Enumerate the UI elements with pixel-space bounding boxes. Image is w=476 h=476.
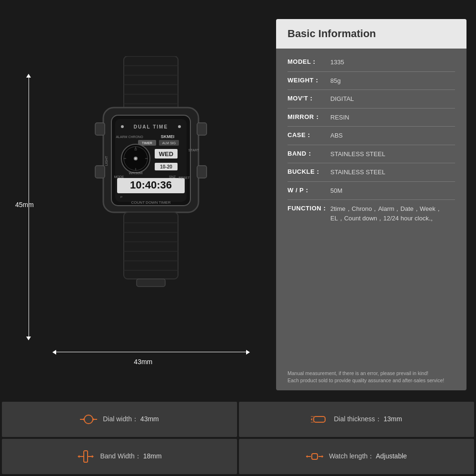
info-label-3: MIRROR：	[288, 113, 330, 121]
info-value-6: STAINLESS STEEL	[330, 168, 455, 177]
spec-val-3: Adjustable	[376, 452, 407, 460]
spec-text-1: Dial thickness： 13mm	[334, 415, 402, 424]
svg-rect-53	[137, 279, 165, 287]
info-value-1: 85g	[330, 76, 455, 86]
info-label-2: MOV'T：	[288, 94, 330, 103]
svg-marker-57	[82, 418, 85, 421]
spec-cell-0: Dial width： 43mm	[2, 402, 237, 437]
top-section: 45mm 43mm	[0, 0, 476, 400]
arrow-left	[52, 350, 56, 355]
info-label-1: WEIGHT：	[288, 76, 330, 85]
spec-key-3: Watch length：	[329, 452, 376, 460]
info-row-1: WEIGHT：85g	[288, 72, 455, 90]
svg-point-14	[121, 125, 124, 128]
main-container: 45mm 43mm	[0, 0, 476, 476]
height-label: 45mm	[15, 201, 34, 208]
spec-text-0: Dial width： 43mm	[103, 415, 159, 424]
info-row-3: MIRROR：RESIN	[288, 109, 455, 127]
info-label-0: MODEL：	[288, 58, 330, 66]
info-row-7: W / P：50M	[288, 182, 455, 200]
info-header: Basic Information	[276, 19, 466, 49]
info-value-3: RESIN	[330, 113, 455, 122]
dial-width-icon	[80, 413, 97, 426]
info-value-0: 1335	[330, 58, 455, 67]
svg-text:SKMEI: SKMEI	[161, 134, 175, 139]
spec-val-0: 43mm	[140, 415, 159, 423]
svg-rect-10	[197, 166, 207, 178]
svg-text:DUAL TIME: DUAL TIME	[134, 124, 168, 129]
dial-thickness-icon	[311, 413, 328, 426]
note-line2: Each product sold to provide quality ass…	[288, 377, 455, 385]
svg-text:12: 12	[134, 148, 137, 151]
svg-marker-58	[92, 418, 95, 421]
info-value-7: 50M	[330, 186, 455, 196]
svg-rect-9	[197, 123, 207, 135]
info-label-5: BAND：	[288, 149, 330, 158]
info-row-2: MOV'T：DIGITAL	[288, 90, 455, 109]
svg-text:SNZ: SNZ	[169, 175, 176, 178]
svg-text:10-20: 10-20	[160, 164, 172, 169]
info-note: Manual measurement, if there is an error…	[276, 366, 466, 391]
info-label-4: CASE：	[288, 131, 330, 139]
svg-rect-63	[84, 451, 88, 462]
svg-text:START: START	[188, 149, 199, 152]
spec-cell-2: Band Width： 18mm	[2, 439, 237, 474]
svg-text:ALM SIG: ALM SIG	[162, 141, 176, 145]
info-row-6: BUCKLE：STAINLESS STEEL	[288, 163, 455, 182]
info-label-6: BUCKLE：	[288, 168, 330, 176]
svg-point-15	[178, 125, 181, 128]
svg-marker-66	[78, 455, 79, 458]
info-value-5: STAINLESS STEEL	[330, 149, 455, 159]
info-row-8: FUNCTION：2time，Chrono，Alarm，Date，Week，EL…	[288, 200, 455, 227]
spec-cell-1: Dial thickness： 13mm	[239, 402, 474, 437]
svg-marker-71	[306, 455, 307, 458]
svg-text:P: P	[120, 196, 122, 198]
band-width-icon	[77, 450, 94, 463]
svg-rect-8	[95, 166, 105, 178]
svg-text:COUNT DOWN TIMER: COUNT DOWN TIMER	[131, 200, 171, 205]
info-title: Basic Information	[288, 28, 455, 40]
info-body: MODEL：1335WEIGHT：85gMOV'T：DIGITALMIRROR：…	[276, 49, 466, 366]
svg-marker-62	[311, 418, 312, 421]
spec-key-1: Dial thickness：	[334, 415, 383, 423]
svg-text:ALARM CHRONO: ALARM CHRONO	[116, 135, 143, 139]
info-label-8: FUNCTION：	[288, 204, 330, 213]
spec-text-2: Band Width： 18mm	[100, 452, 161, 461]
bottom-specs: Dial width： 43mmDial thickness： 13mmBand…	[0, 400, 476, 476]
svg-text:10:40:36: 10:40:36	[130, 179, 172, 191]
info-value-2: DIGITAL	[330, 94, 455, 104]
svg-rect-59	[314, 416, 325, 422]
svg-rect-7	[95, 123, 105, 135]
svg-text:LIGHT: LIGHT	[105, 156, 108, 166]
info-value-4: ABS	[330, 131, 455, 140]
arrow-right	[246, 350, 250, 355]
info-row-4: CASE：ABS	[288, 127, 455, 145]
svg-point-29	[135, 158, 137, 159]
arrow-top	[26, 74, 31, 78]
svg-text:TIMER: TIMER	[142, 141, 152, 145]
info-panel: Basic Information MODEL：1335WEIGHT：85gMO…	[276, 19, 466, 390]
svg-text:WR50M: WR50M	[129, 171, 143, 175]
info-row-5: BAND：STAINLESS STEEL	[288, 145, 455, 164]
spec-val-1: 13mm	[384, 415, 402, 423]
svg-marker-72	[322, 455, 323, 458]
spec-key-2: Band Width：	[100, 452, 143, 460]
svg-rect-46	[124, 212, 178, 279]
svg-marker-67	[92, 455, 94, 458]
spec-key-0: Dial width：	[103, 415, 140, 423]
spec-val-2: 18mm	[143, 452, 162, 460]
svg-text:WED: WED	[159, 150, 173, 158]
width-label: 43mm	[134, 358, 152, 366]
watch-area: 45mm 43mm	[10, 14, 267, 395]
info-label-7: W / P：	[288, 186, 330, 195]
info-value-8: 2time，Chrono，Alarm，Date，Week，EL，Count do…	[330, 204, 455, 223]
spec-cell-3: Watch length： Adjustable	[239, 439, 474, 474]
note-line1: Manual measurement, if there is an error…	[288, 370, 455, 377]
svg-rect-68	[312, 454, 317, 459]
arrow-bottom	[26, 337, 31, 340]
info-row-0: MODEL：1335	[288, 53, 455, 72]
svg-point-54	[84, 415, 93, 424]
watch-length-icon	[306, 450, 323, 463]
svg-text:MODE: MODE	[114, 175, 124, 178]
svg-text:RESET: RESET	[178, 176, 190, 179]
